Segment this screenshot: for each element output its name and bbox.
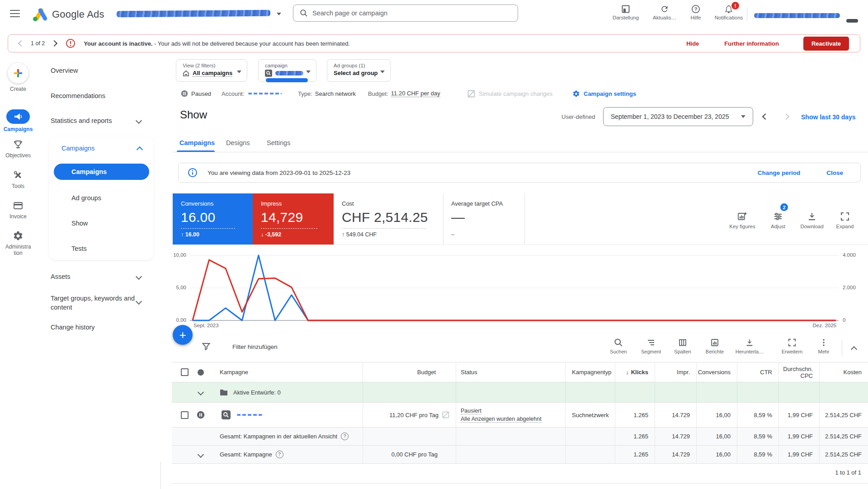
add-filter-button[interactable]: Filter hinzufügen — [232, 343, 278, 350]
table-expand-button[interactable]: Erweitern — [778, 338, 807, 354]
total-campaign-chevron-down-icon[interactable] — [198, 451, 204, 457]
tab-settings[interactable]: Settings — [267, 139, 290, 146]
campaign-status-cell[interactable]: Pausiert Alle Anzeigen wurden abgelehnt — [456, 403, 566, 427]
col-ctr[interactable]: CTR — [737, 362, 779, 382]
sidebar-item-assets[interactable]: Assets — [51, 273, 71, 280]
topbar-divider — [747, 7, 747, 21]
alert-prev-icon[interactable] — [18, 40, 24, 47]
close-link[interactable]: Close — [826, 169, 843, 176]
rail-item-campaigns[interactable]: Campaigns — [0, 109, 36, 132]
statistics-chevron-down-icon[interactable] — [136, 118, 142, 124]
table-search-button[interactable]: Suchen — [604, 338, 633, 354]
collapse-table-icon[interactable] — [851, 346, 857, 353]
drafts-chevron-down-icon[interactable] — [198, 389, 204, 395]
segment-button[interactable]: Segment — [637, 338, 665, 354]
notifications-button[interactable]: Notifications — [712, 5, 745, 20]
targeting-chevron-down-icon[interactable] — [136, 298, 142, 305]
col-clicks[interactable]: ↓Klicks — [615, 362, 655, 382]
scorecard-conversions[interactable]: Conversions 16.00 ↑ 16.00 — [173, 193, 253, 244]
budget-field[interactable]: Budget: 11.20 CHF per day — [368, 89, 440, 98]
help-button[interactable]: ? Hilfe — [679, 5, 712, 20]
table-download-button[interactable]: Herunterla… — [735, 338, 764, 354]
avatar[interactable] — [846, 19, 858, 23]
filter-funnel-icon[interactable] — [202, 342, 211, 351]
col-conversions[interactable]: Conversions — [697, 362, 737, 382]
more-button[interactable]: Mehr — [809, 338, 838, 354]
sidebar-item-tests[interactable]: Tests — [71, 245, 87, 252]
account-caret-icon[interactable] — [277, 13, 281, 15]
col-type[interactable]: Kampagnentyp — [566, 362, 615, 382]
campaigns-chevron-up-icon[interactable] — [137, 146, 143, 153]
table-row-total-view: Gesamt: Kampagnen in der aktuellen Ansic… — [172, 427, 868, 445]
sidebar-item-targeting[interactable]: Target groups, keywords and content — [51, 294, 137, 312]
date-prev-icon[interactable] — [762, 113, 769, 120]
key-figures-button[interactable]: Key figures — [724, 212, 760, 229]
col-status[interactable]: Status — [456, 362, 566, 382]
download-icon — [807, 212, 817, 221]
date-range-picker[interactable]: September 1, 2023 to December 23, 2025 — [603, 107, 753, 126]
campaign-row-name-redacted[interactable] — [237, 414, 262, 416]
reports-button[interactable]: Berichte — [700, 338, 729, 354]
assets-chevron-down-icon[interactable] — [136, 273, 142, 280]
sidebar-item-overview[interactable]: Overview — [51, 67, 78, 74]
scorecard-cost[interactable]: Cost CHF 2,514.25 ↑ 549.04 CHF — [334, 193, 443, 244]
tab-designs[interactable]: Designs — [226, 139, 250, 146]
tab-campaigns[interactable]: Campaigns — [179, 139, 215, 146]
alert-next-icon[interactable] — [51, 40, 57, 47]
sidebar-group-campaigns[interactable]: Campaigns — [61, 145, 94, 152]
date-next-icon[interactable] — [783, 113, 789, 120]
status-filter-icon[interactable] — [197, 369, 204, 376]
table-row-drafts[interactable]: Aktive Entwürfe: 0 — [172, 382, 868, 402]
rail-item-administration[interactable]: Administra tion — [0, 230, 36, 256]
trophy-icon — [13, 139, 24, 150]
rail-item-objectives[interactable]: Objectives — [0, 139, 36, 159]
sidebar-item-ad-groups[interactable]: Ad groups — [71, 194, 101, 202]
col-budget[interactable]: Budget — [363, 362, 456, 382]
expand-chart-button[interactable]: Expand — [827, 212, 863, 229]
sidebar-item-show[interactable]: Show — [71, 220, 88, 227]
columns-button[interactable]: Spalten — [668, 338, 697, 354]
row-checkbox[interactable] — [181, 411, 189, 419]
view-filter-dropdown[interactable]: View (2 filters) All campaigns — [176, 59, 247, 82]
col-cost[interactable]: Kosten — [820, 362, 868, 382]
download-chart-button[interactable]: Download — [794, 212, 830, 229]
search-input[interactable]: Search page or campaign — [293, 5, 518, 22]
campaign-budget-cell[interactable]: 11,20 CHF pro Tag — [363, 403, 456, 427]
adjust-button[interactable]: Adjust — [760, 212, 796, 229]
rail-item-create[interactable]: Create — [0, 63, 36, 92]
reactivate-button[interactable]: Reactivate — [803, 37, 849, 51]
sidebar-item-statistics[interactable]: Statistics and reports — [51, 117, 112, 124]
rail-item-invoice[interactable]: Invoice — [0, 200, 36, 220]
help-circle-icon[interactable]: ? — [276, 451, 283, 458]
appearance-button[interactable]: Darstellung — [609, 5, 642, 20]
adjust-sliders-icon — [773, 212, 783, 221]
change-period-link[interactable]: Change period — [758, 169, 801, 176]
ad-group-dropdown[interactable]: Ad groups (1) Select ad group — [327, 59, 391, 82]
campaign-settings-button[interactable]: Campaign settings — [572, 89, 636, 98]
settings-gear-icon — [572, 90, 580, 98]
col-campaign[interactable]: Kampagne — [210, 362, 363, 382]
help-circle-icon[interactable]: ? — [341, 433, 349, 440]
sidebar-item-recommendations[interactable]: Recommendations — [51, 92, 105, 99]
further-information-link[interactable]: Further information — [724, 40, 779, 47]
y-right-tick-0: 0 — [843, 317, 845, 323]
refresh-button[interactable]: Aktualis… — [648, 5, 681, 20]
scorecard-avg-target-cpa[interactable]: Average target CPA — – — [443, 193, 524, 244]
menu-icon[interactable] — [10, 10, 20, 17]
row-paused-icon[interactable] — [197, 411, 205, 419]
select-all-checkbox[interactable] — [181, 368, 189, 376]
reports-icon — [710, 338, 719, 347]
add-campaign-fab[interactable]: + — [173, 325, 193, 345]
show-last-30-days-link[interactable]: Show last 30 days — [801, 113, 856, 121]
hide-link[interactable]: Hide — [686, 40, 699, 47]
rail-item-tools[interactable]: Tools — [0, 170, 36, 189]
sidebar-item-campaigns-selected[interactable]: Campaigns — [54, 164, 149, 180]
col-impressions[interactable]: Impr. — [655, 362, 697, 382]
col-cpc[interactable]: Durchschn. CPC — [779, 362, 820, 382]
sidebar-item-change-history[interactable]: Change history — [51, 324, 95, 331]
account-name-redacted[interactable] — [117, 10, 270, 17]
table-download-icon — [745, 338, 754, 347]
scorecard-impressions[interactable]: Impress 14,729 ↓ -3,592 — [253, 193, 334, 244]
timeseries-chart[interactable] — [190, 249, 839, 327]
table-row-campaign[interactable]: 11,20 CHF pro Tag Pausiert Alle Anzeigen… — [172, 402, 868, 427]
